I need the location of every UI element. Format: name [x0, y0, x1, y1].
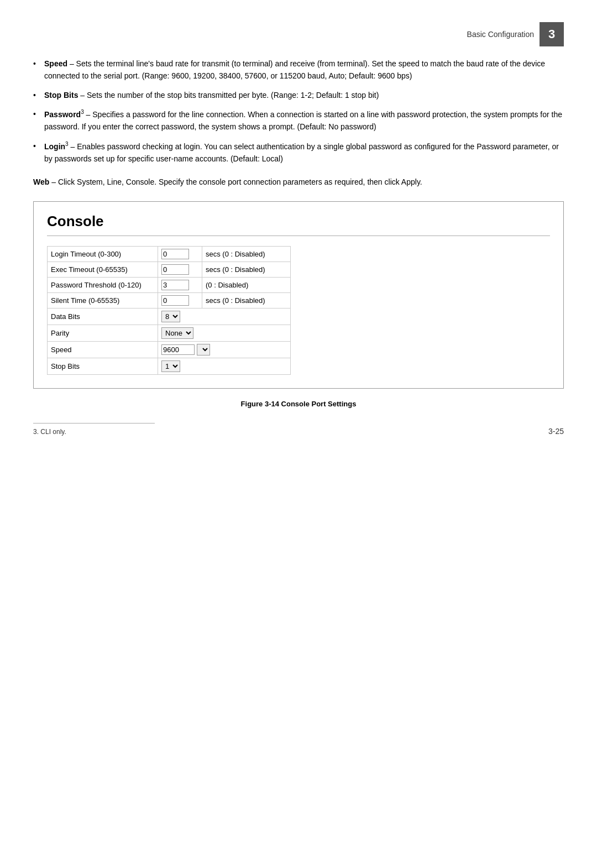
bullet-password-sup: 3 [81, 109, 84, 115]
input-exec-timeout[interactable] [161, 264, 189, 275]
console-title: Console [47, 213, 550, 230]
bullet-speed-text: – Sets the terminal line's baud rate for… [44, 59, 545, 80]
bullet-login-sup: 3 [65, 141, 69, 147]
bullet-stopbits-term: Stop Bits [44, 91, 78, 100]
bullet-speed: Speed – Sets the terminal line's baud ra… [33, 57, 564, 82]
table-row: Login Timeout (0-300) secs (0 : Disabled… [48, 247, 291, 262]
console-box: Console Login Timeout (0-300) secs (0 : … [33, 201, 564, 389]
bullet-login: Login3 – Enables password checking at lo… [33, 140, 564, 165]
web-instruction: Web – Click System, Line, Console. Speci… [33, 176, 564, 188]
row-label-password-threshold: Password Threshold (0-120) [48, 278, 158, 293]
input-login-timeout[interactable] [161, 249, 189, 259]
web-instruction-bold: Web [33, 177, 49, 186]
row-label-speed: Speed [48, 342, 158, 358]
row-value-login-timeout[interactable] [158, 247, 202, 262]
figure-caption-text: Figure 3-14 Console Port Settings [241, 400, 357, 408]
header-title: Basic Configuration [467, 30, 534, 39]
row-suffix-silent-time: secs (0 : Disabled) [202, 293, 291, 308]
input-silent-time[interactable] [161, 295, 189, 306]
footnote: 3. CLI only. [33, 428, 66, 436]
row-label-silent-time: Silent Time (0-65535) [48, 293, 158, 308]
row-label-stop-bits: Stop Bits [48, 358, 158, 375]
row-value-password-threshold[interactable] [158, 278, 202, 293]
row-value-exec-timeout[interactable] [158, 262, 202, 278]
row-value-parity[interactable]: None [158, 325, 291, 342]
bullet-password-term: Password [44, 110, 81, 119]
table-row: Exec Timeout (0-65535) secs (0 : Disable… [48, 262, 291, 278]
table-row: Speed [48, 342, 291, 358]
bullet-speed-term: Speed [44, 59, 67, 68]
table-row: Data Bits 8 [48, 308, 291, 325]
bullet-password: Password3 – Specifies a password for the… [33, 108, 564, 133]
table-row: Stop Bits 1 [48, 358, 291, 375]
row-value-speed[interactable] [158, 342, 291, 358]
input-password-threshold[interactable] [161, 280, 189, 290]
web-instruction-text: – Click System, Line, Console. Specify t… [49, 177, 422, 186]
row-suffix-exec-timeout: secs (0 : Disabled) [202, 262, 291, 278]
table-row: Password Threshold (0-120) (0 : Disabled… [48, 278, 291, 293]
footer-divider [33, 423, 155, 423]
page-number: 3-25 [548, 427, 564, 436]
row-value-data-bits[interactable]: 8 [158, 308, 291, 325]
select-parity[interactable]: None [161, 327, 193, 339]
row-label-parity: Parity [48, 325, 158, 342]
page-header: Basic Configuration 3 [33, 22, 564, 46]
table-row: Parity None [48, 325, 291, 342]
bullet-login-term: Login [44, 142, 65, 150]
chapter-badge: 3 [540, 22, 564, 46]
row-label-login-timeout: Login Timeout (0-300) [48, 247, 158, 262]
row-label-data-bits: Data Bits [48, 308, 158, 325]
bullet-stopbits: Stop Bits – Sets the number of the stop … [33, 89, 564, 101]
table-row: Silent Time (0-65535) secs (0 : Disabled… [48, 293, 291, 308]
console-table: Login Timeout (0-300) secs (0 : Disabled… [47, 246, 291, 375]
footer: 3. CLI only. [33, 423, 564, 436]
select-speed[interactable] [197, 344, 210, 355]
bullet-stopbits-text: – Sets the number of the stop bits trans… [80, 91, 379, 100]
select-data-bits[interactable]: 8 [161, 311, 180, 322]
row-suffix-password-threshold: (0 : Disabled) [202, 278, 291, 293]
row-label-exec-timeout: Exec Timeout (0-65535) [48, 262, 158, 278]
figure-caption: Figure 3-14 Console Port Settings [33, 400, 564, 408]
bullet-login-text: – Enables password checking at login. Yo… [44, 142, 559, 163]
bullet-password-text: – Specifies a password for the line conn… [44, 110, 562, 131]
input-speed[interactable] [161, 344, 195, 355]
select-stop-bits[interactable]: 1 [161, 360, 180, 372]
bullet-list: Speed – Sets the terminal line's baud ra… [33, 57, 564, 165]
console-divider [47, 236, 550, 236]
row-suffix-login-timeout: secs (0 : Disabled) [202, 247, 291, 262]
row-value-stop-bits[interactable]: 1 [158, 358, 291, 375]
row-value-silent-time[interactable] [158, 293, 202, 308]
